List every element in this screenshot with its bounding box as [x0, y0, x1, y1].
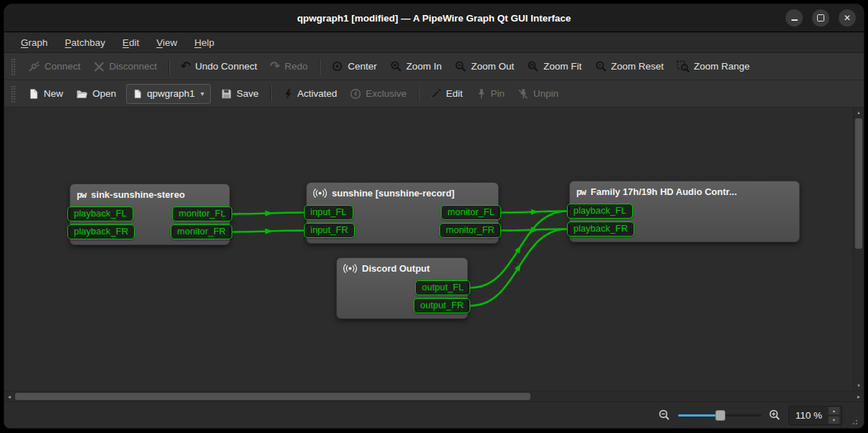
zoom-fit-label: Zoom Fit	[543, 61, 581, 72]
menu-view[interactable]: View	[149, 35, 184, 50]
port-input_FL[interactable]: input_FL	[304, 205, 353, 220]
zoom-reset-button[interactable]: Zoom Reset	[588, 56, 671, 77]
connect-button[interactable]: Connect	[22, 56, 87, 77]
patchbay-toolbar: New Open qpwgraph1 ▾ Save Activated Excl…	[4, 80, 864, 108]
connection-wire	[501, 229, 567, 231]
title-bar[interactable]: qpwgraph1 [modified] — A PipeWire Graph …	[4, 4, 864, 32]
zoom-reset-icon	[595, 60, 607, 72]
pipewire-icon: pw	[576, 186, 586, 197]
zoom-spinbox[interactable]: 110 % ▴ ▾	[788, 406, 842, 425]
port-playback_FL[interactable]: playback_FL	[67, 206, 133, 222]
open-button[interactable]: Open	[70, 83, 123, 104]
resize-grip[interactable]	[849, 417, 859, 426]
horizontal-scroll-thumb[interactable]	[15, 393, 530, 400]
toolbar-separator	[270, 86, 271, 102]
zoom-increment-button[interactable]: ▴	[828, 406, 840, 415]
zoom-slider-handle[interactable]	[715, 410, 725, 421]
port-monitor_FR[interactable]: monitor_FR	[171, 224, 232, 239]
connection-wire	[501, 211, 567, 213]
exclusive-button[interactable]: Exclusive	[343, 83, 413, 104]
save-button[interactable]: Save	[214, 83, 265, 104]
toolbar-separator	[168, 59, 169, 75]
port-monitor_FR[interactable]: monitor_FR	[439, 223, 501, 238]
menu-edit[interactable]: Edit	[115, 35, 146, 50]
connections-layer	[4, 108, 853, 391]
graph-node-sunshine[interactable]: sunshine [sunshine-record]input_FLmonito…	[306, 182, 499, 244]
edit-button[interactable]: Edit	[424, 83, 469, 104]
zoom-in-icon	[390, 60, 402, 72]
node-title: Discord Output	[362, 263, 430, 274]
maximize-button[interactable]	[812, 9, 829, 27]
new-label: New	[44, 88, 63, 99]
pin-button[interactable]: Pin	[469, 83, 512, 104]
toolbar-drag-handle[interactable]	[11, 85, 16, 103]
wire-arrowhead-icon	[265, 228, 272, 234]
zoom-value: 110 %	[796, 410, 822, 421]
undo-connect-button[interactable]: ↶ Undo Connect	[174, 56, 264, 77]
window-controls: ✕	[786, 4, 856, 32]
zoom-out-button[interactable]: Zoom Out	[448, 56, 520, 77]
unpin-label: Unpin	[533, 88, 558, 99]
port-output_FR[interactable]: output_FR	[414, 298, 470, 313]
unpin-button[interactable]: Unpin	[511, 83, 565, 104]
center-button[interactable]: Center	[325, 56, 383, 77]
scroll-down-arrow-icon[interactable]: ▾	[854, 381, 864, 391]
zoom-out-label: Zoom Out	[471, 61, 514, 72]
menu-patchbay[interactable]: Patchbay	[58, 35, 113, 50]
zoom-slider[interactable]	[678, 408, 761, 422]
port-playback_FR[interactable]: playback_FR	[567, 222, 634, 237]
port-input_FR[interactable]: input_FR	[304, 223, 355, 238]
vertical-scrollbar[interactable]: ▴ ▾	[853, 108, 864, 391]
port-playback_FR[interactable]: playback_FR	[67, 224, 135, 239]
horizontal-scrollbar[interactable]: ◂ ▸	[4, 391, 864, 401]
vertical-scroll-thumb[interactable]	[855, 118, 862, 249]
patchbay-profile-combo[interactable]: qpwgraph1 ▾	[126, 84, 211, 104]
scroll-left-arrow-icon[interactable]: ◂	[4, 391, 14, 401]
menu-graph[interactable]: Graph	[14, 35, 55, 50]
node-header: sunshine [sunshine-record]	[307, 186, 498, 202]
window-title: qpwgraph1 [modified] — A PipeWire Graph …	[297, 13, 571, 24]
toolbar-separator	[418, 86, 419, 102]
redo-button[interactable]: ↷ Redo	[264, 56, 315, 77]
save-icon	[221, 88, 232, 100]
unpin-icon	[518, 88, 529, 100]
undo-icon: ↶	[181, 60, 191, 72]
app-window: qpwgraph1 [modified] — A PipeWire Graph …	[4, 4, 864, 429]
graph-node-sink-sunshine-stereo[interactable]: pwsink-sunshine-stereoplayback_FLmonitor…	[70, 184, 230, 245]
speaker-icon	[313, 188, 327, 199]
activated-button[interactable]: Activated	[276, 83, 344, 104]
zoom-out-small-icon[interactable]	[658, 409, 671, 422]
canvas-area: pwsink-sunshine-stereoplayback_FLmonitor…	[4, 108, 864, 391]
scroll-right-arrow-icon[interactable]: ▸	[854, 391, 864, 401]
wire-arrowhead-icon	[531, 209, 538, 215]
scroll-up-arrow-icon[interactable]: ▴	[854, 108, 864, 118]
document-icon	[133, 89, 143, 99]
zoom-range-button[interactable]: Zoom Range	[670, 56, 756, 77]
graph-node-family-audio[interactable]: pwFamily 17h/19h HD Audio Contr...playba…	[569, 181, 800, 242]
node-header: Discord Output	[337, 262, 467, 277]
zoom-in-button[interactable]: Zoom In	[383, 56, 449, 77]
disconnect-icon	[93, 61, 105, 72]
undo-connect-label: Undo Connect	[195, 61, 257, 72]
graph-node-discord-output[interactable]: Discord Outputoutput_FLoutput_FR	[336, 257, 468, 319]
close-button[interactable]: ✕	[839, 9, 856, 27]
menu-help[interactable]: Help	[187, 35, 221, 50]
node-title: sink-sunshine-stereo	[91, 189, 185, 200]
graph-canvas[interactable]: pwsink-sunshine-stereoplayback_FLmonitor…	[4, 108, 853, 391]
toolbar-drag-handle[interactable]	[11, 58, 16, 75]
port-monitor_FL[interactable]: monitor_FL	[441, 205, 501, 220]
port-output_FL[interactable]: output_FL	[415, 280, 470, 295]
zoom-decrement-button[interactable]: ▾	[828, 416, 840, 424]
port-playback_FL[interactable]: playback_FL	[567, 204, 633, 219]
minimize-button[interactable]	[786, 9, 803, 27]
zoom-in-small-icon[interactable]	[768, 409, 781, 422]
new-button[interactable]: New	[22, 83, 70, 104]
wire-arrowhead-icon	[515, 262, 523, 272]
disconnect-button[interactable]: Disconnect	[87, 56, 163, 77]
exclusive-label: Exclusive	[366, 88, 406, 99]
zoom-reset-label: Zoom Reset	[611, 61, 664, 72]
lightning-icon	[282, 88, 293, 100]
port-monitor_FL[interactable]: monitor_FL	[172, 206, 232, 222]
zoom-fit-button[interactable]: Zoom Fit	[520, 56, 588, 77]
zoom-range-icon	[677, 60, 690, 72]
